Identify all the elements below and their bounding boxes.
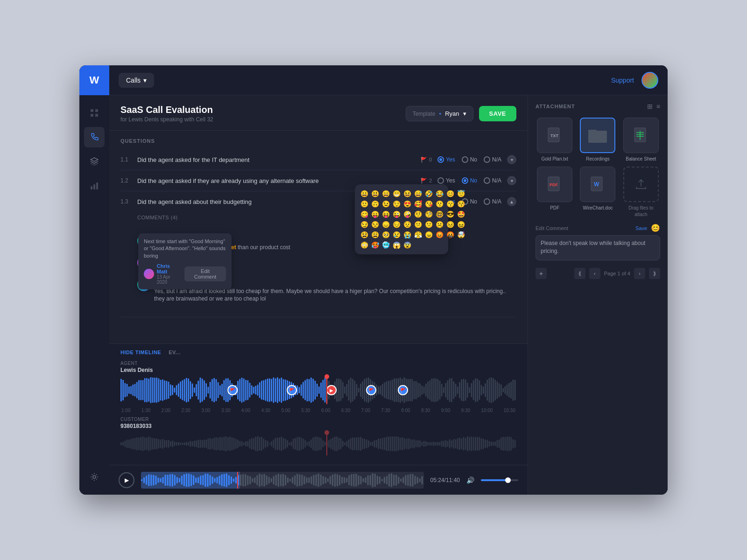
emoji-trigger[interactable]: 😊 [651,224,660,232]
emoji-cell[interactable]: 😞 [381,220,391,229]
emoji-cell[interactable]: 🤓 [435,210,444,219]
emoji-cell[interactable]: 😍 [402,199,412,209]
emoji-cell[interactable]: 😢 [392,230,402,239]
emoji-cell[interactable]: 😫 [359,230,369,239]
emoji-cell[interactable]: 😠 [424,230,434,239]
emoji-cell[interactable]: 😙 [445,199,455,209]
emoji-cell[interactable]: 🙃 [370,199,380,209]
marker-dot-1[interactable]: 🚩 [227,385,238,395]
eval-btn[interactable]: EV... [169,350,180,355]
emoji-cell[interactable]: 😝 [381,210,391,219]
emoji-cell[interactable]: 🤬 [445,230,455,239]
q-toggle-1[interactable]: ▾ [507,155,516,164]
emoji-cell[interactable]: 😅 [413,189,423,198]
emoji-cell[interactable]: 🤯 [456,230,466,239]
emoji-cell[interactable]: 🧐 [424,210,434,219]
list-view-icon[interactable]: ≡ [656,103,660,110]
emoji-cell[interactable]: 🥶 [381,240,391,250]
emoji-cell[interactable]: 😟 [402,220,412,229]
emoji-cell[interactable]: 😏 [359,220,369,229]
emoji-cell[interactable]: 😨 [402,240,412,250]
emoji-cell[interactable]: 😉 [381,199,391,209]
player-waveform[interactable] [141,472,424,489]
emoji-cell[interactable]: 🤣 [424,189,434,198]
add-comment-button[interactable]: + [536,268,547,279]
marker-dot-4[interactable]: 🚩 [398,385,408,395]
agent-waveform-track[interactable]: 🚩 🚩 ▶ 🚩 🚩 [120,376,516,404]
emoji-cell[interactable]: 😖 [456,220,466,229]
attachment-item-balance[interactable]: Balance Sheet [622,118,660,162]
volume-slider[interactable] [481,479,518,481]
emoji-cell[interactable]: 😗 [435,199,444,209]
emoji-cell[interactable]: 😕 [413,220,423,229]
attachment-item-drag[interactable]: Drag files to attach [622,167,660,218]
radio-yes-1[interactable]: Yes [437,156,455,163]
attachment-item-txt[interactable]: TXT Gold Plan.txt [536,118,574,162]
emoji-cell[interactable]: 🙂 [359,199,369,209]
q-toggle-2[interactable]: ▾ [507,176,516,185]
attachment-item-pdf[interactable]: PDF PDF [536,167,574,218]
emoji-cell[interactable]: 😭 [402,230,412,239]
emoji-cell[interactable]: 😁 [392,189,402,198]
emoji-cell[interactable]: 😌 [392,199,402,209]
page-first-btn[interactable]: ⟪ [574,268,585,279]
page-prev-btn[interactable]: ‹ [589,268,600,279]
emoji-cell[interactable]: 😣 [445,220,455,229]
q-toggle-3[interactable]: ▲ [507,197,516,206]
emoji-cell[interactable]: 😜 [392,210,402,219]
page-next-btn[interactable]: › [634,268,645,279]
marker-dot-2[interactable]: 🚩 [287,385,297,395]
emoji-cell[interactable]: 😚 [456,199,466,209]
emoji-cell[interactable]: 😳 [359,240,369,250]
emoji-cell[interactable]: 😀 [359,189,369,198]
edit-comment-textarea[interactable]: Please don't speak low while talking abo… [536,235,660,260]
emoji-cell[interactable]: 😒 [370,220,380,229]
radio-yes-2[interactable]: Yes [437,177,455,184]
emoji-cell[interactable]: 🥰 [413,199,423,209]
emoji-cell[interactable]: 😇 [456,189,466,198]
emoji-cell[interactable]: 🤨 [413,210,423,219]
grid-view-icon[interactable]: ⊞ [647,103,653,110]
emoji-cell[interactable]: 🤪 [402,210,412,219]
emoji-cell[interactable]: 🙁 [424,220,434,229]
edit-save-button[interactable]: Save [635,225,647,231]
play-button[interactable]: ▶ [119,472,134,488]
hide-timeline-btn[interactable]: HIDE TIMELINE [120,350,161,355]
save-button[interactable]: SAVE [479,106,516,121]
calls-button[interactable]: Calls ▾ [119,73,154,88]
sidebar-icon-phone[interactable] [84,127,105,147]
radio-no-1[interactable]: No [462,156,477,163]
attachment-item-recordings[interactable]: Recordings [578,118,617,162]
emoji-cell[interactable]: 🤩 [456,210,466,219]
sidebar-icon-grid[interactable] [84,103,105,123]
emoji-cell[interactable]: 😤 [413,230,423,239]
emoji-cell[interactable]: ☹️ [435,220,444,229]
emoji-cell[interactable]: 🥺 [381,230,391,239]
marker-dot-3[interactable]: 🚩 [366,385,376,395]
template-select[interactable]: Template ● Ryan ▾ [406,106,473,121]
emoji-cell[interactable]: 😋 [359,210,369,219]
emoji-cell[interactable]: 😱 [392,240,402,250]
sidebar-icon-settings[interactable] [84,467,105,487]
emoji-cell[interactable]: 😩 [370,230,380,239]
emoji-cell[interactable]: 😂 [435,189,444,198]
emoji-cell[interactable]: 😔 [392,220,402,229]
support-link[interactable]: Support [611,77,634,84]
marker-dot-playhead[interactable]: ▶ [326,385,337,395]
sidebar-icon-chart[interactable] [84,175,105,196]
emoji-cell[interactable]: 😊 [445,189,455,198]
radio-na-2[interactable]: N/A [484,177,501,184]
emoji-cell[interactable]: 😆 [402,189,412,198]
tooltip-edit-button[interactable]: Edit Comment [184,266,226,281]
emoji-cell[interactable]: 😘 [424,199,434,209]
user-avatar[interactable] [641,72,658,89]
emoji-cell[interactable]: 😛 [370,210,380,219]
radio-na-1[interactable]: N/A [484,156,501,163]
attachment-item-word[interactable]: W WireChart.doc [578,167,617,218]
customer-waveform-track[interactable] [120,432,516,455]
page-last-btn[interactable]: ⟫ [649,268,660,279]
radio-na-3[interactable]: N/A [484,198,501,205]
emoji-cell[interactable]: 🥵 [370,240,380,250]
emoji-cell[interactable]: 😄 [381,189,391,198]
emoji-cell[interactable]: 😎 [445,210,455,219]
